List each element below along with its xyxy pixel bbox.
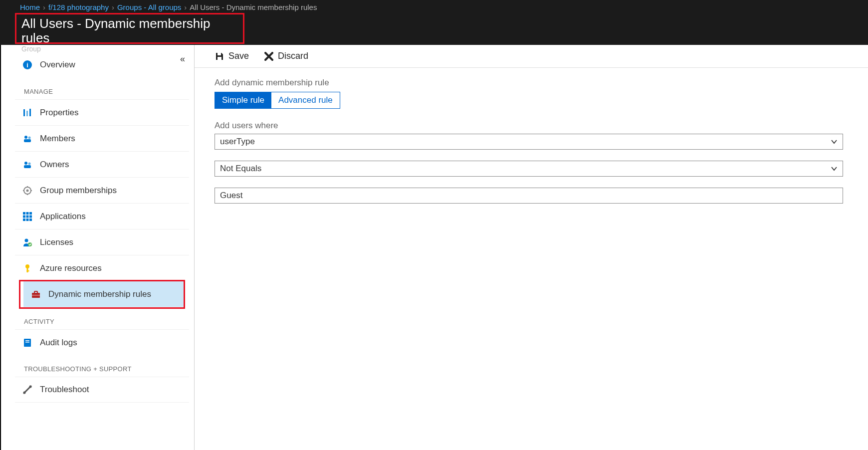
briefcase-icon xyxy=(30,289,41,300)
svg-rect-29 xyxy=(27,268,28,272)
svg-rect-19 xyxy=(29,212,32,215)
info-icon: i xyxy=(22,59,33,70)
sidebar-item-label: Azure resources xyxy=(40,263,102,273)
chevron-right-icon: › xyxy=(184,3,187,11)
value-input[interactable]: Guest xyxy=(215,188,843,204)
svg-rect-40 xyxy=(217,57,221,60)
collapse-sidebar-button[interactable]: « xyxy=(180,54,185,64)
sidebar-item-members[interactable]: Members xyxy=(15,125,189,151)
svg-point-9 xyxy=(28,162,31,165)
sidebar-item-label: Audit logs xyxy=(40,338,77,348)
svg-rect-23 xyxy=(23,219,25,221)
svg-rect-2 xyxy=(23,109,25,116)
sidebar-item-label: Properties xyxy=(40,108,78,118)
person-check-icon xyxy=(22,237,33,248)
grid-icon xyxy=(22,211,33,222)
rule-hint: Add dynamic membership rule xyxy=(215,78,848,88)
svg-rect-34 xyxy=(24,339,31,347)
svg-rect-22 xyxy=(29,215,32,218)
sidebar-item-azure-resources[interactable]: Azure resources xyxy=(15,255,189,281)
svg-rect-20 xyxy=(23,215,25,218)
sidebar-item-group-memberships[interactable]: Group memberships xyxy=(15,177,189,203)
breadcrumb-home[interactable]: Home xyxy=(20,3,40,11)
breadcrumb-current: All Users - Dynamic membership rules xyxy=(190,3,317,11)
svg-rect-39 xyxy=(217,53,221,55)
svg-rect-35 xyxy=(25,340,29,341)
property-dropdown[interactable]: userType xyxy=(215,134,843,150)
operator-dropdown[interactable]: Not Equals xyxy=(215,161,843,177)
sidebar-item-label: Owners xyxy=(40,160,69,170)
toolbar: Save Discard xyxy=(195,45,868,68)
book-icon xyxy=(22,337,33,348)
svg-point-37 xyxy=(23,392,26,394)
sidebar-item-audit-logs[interactable]: Audit logs xyxy=(15,329,189,355)
svg-point-8 xyxy=(24,162,27,165)
svg-point-26 xyxy=(25,238,28,242)
sidebar-item-applications[interactable]: Applications xyxy=(15,203,189,229)
sidebar-section-activity: ACTIVITY xyxy=(15,308,189,329)
key-icon xyxy=(22,263,33,274)
breadcrumb-tenant[interactable]: f/128 photography xyxy=(48,3,109,11)
svg-point-12 xyxy=(26,189,29,192)
sidebar-item-label: Applications xyxy=(40,212,86,222)
svg-rect-18 xyxy=(26,212,29,215)
svg-rect-32 xyxy=(34,291,37,293)
svg-rect-7 xyxy=(24,139,31,142)
main-content: Save Discard Add dynamic membership rule… xyxy=(195,45,868,450)
svg-rect-33 xyxy=(32,295,40,296)
gear-icon xyxy=(22,185,33,196)
rule-type-tabs: Simple rule Advanced rule xyxy=(215,92,340,109)
sidebar-section-troubleshooting: TROUBLESHOOTING + SUPPORT xyxy=(15,355,189,377)
sidebar-item-label: Dynamic membership rules xyxy=(48,289,151,299)
sidebar-item-properties[interactable]: Properties xyxy=(15,99,189,125)
wrench-icon xyxy=(22,384,33,395)
svg-point-28 xyxy=(25,264,29,268)
sidebar: « i Overview MANAGE Properties Members O… xyxy=(1,45,195,450)
svg-rect-21 xyxy=(26,215,29,218)
sliders-icon xyxy=(22,107,33,118)
sidebar-section-manage: MANAGE xyxy=(15,78,189,99)
page-title: All Users - Dynamic membership rules xyxy=(21,16,238,45)
chevron-right-icon: › xyxy=(43,3,45,11)
discard-label: Discard xyxy=(278,51,308,61)
chevron-down-icon xyxy=(831,165,838,172)
sidebar-item-label: Overview xyxy=(40,60,75,70)
operator-value: Not Equals xyxy=(220,164,261,174)
people-icon xyxy=(22,159,33,170)
sidebar-item-dynamic-membership-rules[interactable]: Dynamic membership rules xyxy=(23,281,184,307)
svg-text:i: i xyxy=(26,61,28,69)
svg-rect-10 xyxy=(24,165,31,168)
sidebar-item-label: Licenses xyxy=(40,237,73,247)
chevron-down-icon xyxy=(831,138,838,145)
sidebar-item-owners[interactable]: Owners xyxy=(15,151,189,177)
svg-rect-25 xyxy=(29,219,32,221)
svg-point-38 xyxy=(29,386,32,388)
svg-point-5 xyxy=(24,136,27,139)
value-text: Guest xyxy=(220,191,242,201)
title-highlight: All Users - Dynamic membership rules Gro… xyxy=(15,13,244,44)
close-icon xyxy=(264,51,274,61)
sidebar-item-label: Troubleshoot xyxy=(40,385,89,395)
svg-rect-17 xyxy=(23,212,25,215)
breadcrumb: Home › f/128 photography › Groups - All … xyxy=(0,0,868,14)
tab-advanced-rule[interactable]: Advanced rule xyxy=(271,92,340,108)
add-users-where-label: Add users where xyxy=(215,121,848,131)
breadcrumb-groups[interactable]: Groups - All groups xyxy=(117,3,181,11)
svg-point-6 xyxy=(28,136,31,139)
svg-rect-4 xyxy=(29,109,31,116)
svg-rect-30 xyxy=(27,270,29,271)
sidebar-item-licenses[interactable]: Licenses xyxy=(15,229,189,255)
property-value: userType xyxy=(220,137,255,147)
sidebar-item-label: Members xyxy=(40,134,75,144)
svg-rect-3 xyxy=(26,111,28,116)
discard-button[interactable]: Discard xyxy=(264,51,308,61)
tab-simple-rule[interactable]: Simple rule xyxy=(215,92,271,108)
sidebar-item-overview[interactable]: i Overview xyxy=(15,52,189,78)
sidebar-item-troubleshoot[interactable]: Troubleshoot xyxy=(15,377,189,403)
title-bar: All Users - Dynamic membership rules Gro… xyxy=(0,14,868,45)
people-icon xyxy=(22,133,33,144)
sidebar-item-label: Group memberships xyxy=(40,186,117,196)
svg-rect-36 xyxy=(25,342,29,343)
svg-rect-24 xyxy=(26,219,29,221)
chevron-right-icon: › xyxy=(112,3,114,11)
